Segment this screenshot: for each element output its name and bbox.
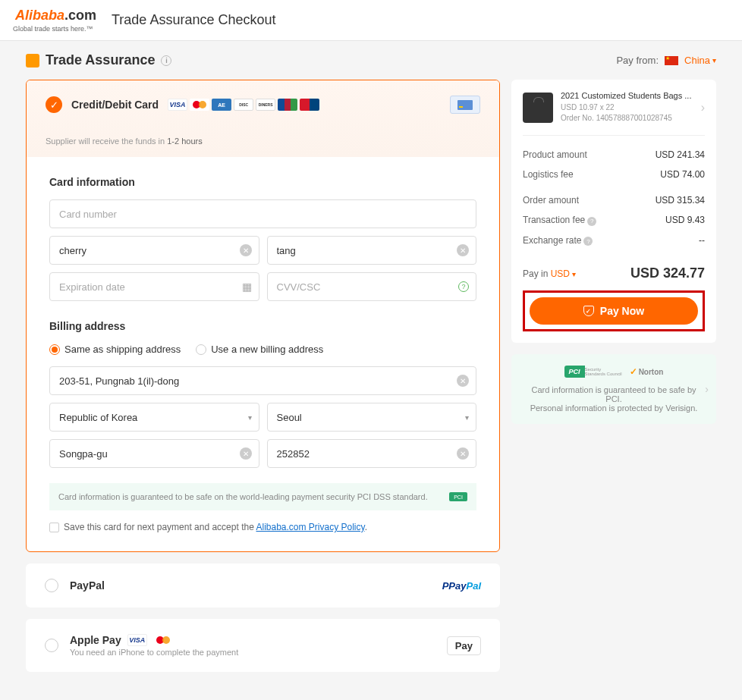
cvv-input[interactable] — [267, 272, 477, 301]
visa-icon: VISA — [168, 99, 187, 111]
new-address-radio[interactable]: Use a new billing address — [196, 344, 323, 355]
clear-icon[interactable]: ✕ — [240, 244, 252, 256]
transaction-fee-value: USD 9.43 — [665, 215, 705, 226]
card-icon — [450, 96, 480, 114]
order-amount-label: Order amount — [523, 195, 579, 206]
pay-now-button[interactable]: ✓ Pay Now — [530, 297, 698, 325]
tagline: Global trade starts here.™ — [13, 25, 96, 33]
credit-card-radio[interactable]: ✓ — [46, 96, 62, 113]
ta-text: Trade Assurance — [46, 52, 155, 68]
paypal-label: PayPal — [70, 579, 105, 592]
logistics-value: USD 74.00 — [660, 169, 705, 180]
product-amount-label: Product amount — [523, 149, 587, 160]
paypal-icon: PPayPal — [442, 580, 481, 592]
pay-from-country: China — [684, 55, 710, 66]
order-amount-value: USD 315.34 — [656, 195, 705, 206]
product-title: 2021 Customized Students Bags ... — [561, 91, 693, 100]
clear-icon[interactable]: ✕ — [240, 447, 252, 460]
last-name-input[interactable] — [267, 236, 477, 265]
applepay-label: Apple Pay — [70, 634, 121, 646]
product-amount-value: USD 241.34 — [656, 149, 705, 160]
card-brand-icons: VISA AE DISC DINERS — [168, 99, 319, 111]
help-icon[interactable]: ? — [587, 217, 596, 226]
jcb-icon — [278, 99, 297, 111]
order-number: Order No. 140578887001028745 — [561, 113, 693, 124]
product-price: USD 10.97 x 22 — [561, 102, 693, 113]
chevron-right-icon: › — [701, 101, 705, 115]
applepay-panel[interactable]: Apple Pay VISA You need an iPhone to com… — [26, 619, 500, 672]
help-icon[interactable]: ? — [583, 237, 593, 246]
norton-icon: ✓Norton — [630, 366, 664, 377]
pay-from[interactable]: Pay from: China ▾ — [616, 55, 716, 66]
china-flag-icon — [665, 56, 678, 65]
unionpay-icon — [300, 99, 319, 111]
shield-icon: ✓ — [583, 306, 594, 316]
discover-icon: DISC — [234, 99, 253, 111]
logo-ali: Alibaba — [15, 8, 64, 23]
radio-icon — [196, 344, 206, 355]
page-title: Trade Assurance Checkout — [112, 12, 275, 28]
exchange-rate-label: Exchange rate? — [523, 235, 593, 246]
order-summary: 2021 Customized Students Bags ... USD 10… — [511, 80, 716, 343]
header: Alibaba.com Global trade starts here.™ T… — [0, 0, 742, 41]
country-select[interactable] — [49, 403, 259, 432]
applepay-sub: You need an iPhone to complete the payme… — [70, 648, 238, 657]
save-card-label: Save this card for next payment and acce… — [64, 522, 367, 532]
postal-input[interactable] — [267, 439, 477, 468]
paypal-radio[interactable] — [45, 579, 58, 592]
help-icon[interactable]: ? — [458, 281, 469, 292]
card-info-heading: Card information — [49, 176, 476, 188]
trade-assurance-heading: Trade Assurance i — [26, 52, 171, 68]
trust-panel: PCI SecurityStandards Council ✓Norton Ca… — [511, 354, 716, 424]
district-input[interactable] — [49, 439, 259, 468]
city-select[interactable] — [267, 403, 477, 432]
pay-now-highlight: ✓ Pay Now — [523, 290, 705, 331]
pci-note: Card information is guaranteed to be saf… — [49, 483, 476, 510]
product-image — [523, 93, 553, 123]
chevron-down-icon: ▾ — [712, 56, 716, 64]
diners-icon: DINERS — [256, 99, 275, 111]
chevron-right-icon[interactable]: › — [705, 383, 709, 395]
clear-icon[interactable]: ✕ — [457, 375, 469, 387]
exchange-rate-value: -- — [699, 235, 705, 246]
funds-note: Supplier will receive the funds in 1-2 h… — [46, 137, 480, 146]
total-value: USD 324.77 — [630, 265, 705, 281]
pci-sub: SecurityStandards Council — [585, 367, 622, 376]
calendar-icon[interactable]: ▦ — [242, 281, 252, 293]
credit-card-panel: ✓ Credit/Debit Card VISA AE DISC DINERS — [26, 80, 500, 552]
trust-line2: Personal information is protected by Ver… — [527, 403, 701, 413]
pci-icon: PCI — [564, 366, 585, 378]
expiration-input[interactable] — [49, 272, 259, 301]
amex-icon: AE — [212, 99, 231, 111]
logo[interactable]: Alibaba.com Global trade starts here.™ — [15, 8, 96, 33]
pci-icon: PCI — [449, 492, 467, 501]
info-icon[interactable]: i — [161, 55, 171, 66]
transaction-fee-label: Transaction fee? — [523, 215, 596, 226]
chevron-down-icon: ▾ — [248, 413, 252, 422]
logo-com: .com — [64, 8, 96, 23]
mastercard-icon — [190, 99, 209, 111]
paypal-panel[interactable]: PayPal PPayPal — [26, 563, 500, 607]
credit-card-label: Credit/Debit Card — [71, 99, 159, 111]
billing-heading: Billing address — [49, 320, 476, 332]
applepay-icon: Pay — [447, 636, 481, 655]
address-input[interactable] — [49, 366, 476, 395]
radio-icon — [49, 344, 60, 355]
card-number-input[interactable] — [49, 199, 476, 228]
chevron-down-icon: ▾ — [465, 413, 469, 422]
same-address-radio[interactable]: Same as shipping address — [49, 344, 181, 355]
visa-icon: VISA — [127, 634, 147, 646]
mastercard-icon — [153, 634, 173, 646]
pay-from-label: Pay from: — [616, 55, 659, 66]
clear-icon[interactable]: ✕ — [457, 447, 469, 460]
privacy-link[interactable]: Alibaba.com Privacy Policy — [256, 522, 364, 532]
trust-line1: Card information is guaranteed to be saf… — [527, 385, 701, 403]
product-row[interactable]: 2021 Customized Students Bags ... USD 10… — [523, 91, 705, 136]
first-name-input[interactable] — [49, 236, 259, 265]
chevron-down-icon: ▾ — [572, 270, 576, 278]
save-card-checkbox[interactable] — [49, 523, 59, 532]
pay-in-selector[interactable]: Pay in USD ▾ — [523, 268, 576, 279]
shield-icon — [26, 54, 39, 67]
clear-icon[interactable]: ✕ — [457, 244, 469, 256]
applepay-radio[interactable] — [45, 639, 58, 652]
